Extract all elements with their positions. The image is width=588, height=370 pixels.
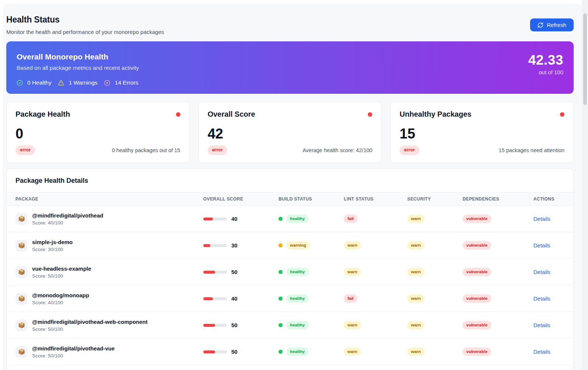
details-link[interactable]: Details <box>533 242 550 249</box>
package-cell: @mindfiredigital/pivothead-vueScore: 50/… <box>7 345 203 359</box>
package-score-label: Score: 30/100 <box>32 247 73 252</box>
details-link[interactable]: Details <box>533 216 550 222</box>
stat-card-overall-score: Overall Score 42 error Average health sc… <box>198 102 382 163</box>
build-status-badge: healthy <box>286 268 308 276</box>
errors-stat-label: 14 Errors <box>115 79 138 86</box>
package-name: @mindfiredigital/pivothead-web-component <box>32 319 148 325</box>
stat-card-note: Average health score: 42/100 <box>302 147 372 153</box>
security-badge: warn <box>407 241 425 249</box>
error-badge: error <box>400 145 419 155</box>
actions-cell: Details <box>533 349 573 355</box>
package-icon <box>15 213 27 225</box>
package-box-icon <box>18 268 25 276</box>
status-dot-icon <box>176 112 180 117</box>
column-header-package: PACKAGE <box>7 196 203 202</box>
overall-score-cell: 50 <box>203 349 279 355</box>
build-status-dot-icon <box>279 323 283 327</box>
scrollbar-track[interactable] <box>582 0 588 370</box>
build-status-cell: healthy <box>279 321 344 329</box>
stat-card-title: Overall Score <box>208 110 255 119</box>
banner-subtitle: Based on all package metrics and recent … <box>17 65 139 71</box>
column-header-lint-status: LINT STATUS <box>344 196 407 202</box>
table-row: @mindfiredigital/pivotheadScore: 40/1004… <box>7 206 573 232</box>
lint-status-cell: warn <box>344 347 407 356</box>
package-icon <box>15 319 27 331</box>
stat-card-value: 42 <box>208 127 373 141</box>
error-badge: error <box>208 145 227 155</box>
overall-score-cell: 40 <box>203 216 279 222</box>
package-cell: vue-headless-exampleScore: 50/100 <box>7 265 203 279</box>
healthy-stat-label: 0 Healthy <box>27 79 51 86</box>
errors-stat: 14 Errors <box>104 79 138 86</box>
scrollbar-thumb[interactable] <box>583 13 587 105</box>
overall-score-cell: 50 <box>203 322 279 328</box>
warning-triangle-icon <box>58 80 64 86</box>
banner-left: Overall Monorepo Health Based on all pac… <box>17 52 139 85</box>
actions-cell: Details <box>533 295 573 302</box>
score-value: 40 <box>231 216 238 222</box>
actions-cell: Details <box>533 269 573 275</box>
stat-card-title: Unhealthy Packages <box>400 110 471 119</box>
table-row: vue-headless-exampleScore: 50/10050healt… <box>7 259 573 285</box>
column-header-dependencies: DEPENDENCIES <box>463 196 533 202</box>
build-status-cell: healthy <box>279 215 344 223</box>
score-value: 30 <box>231 242 238 249</box>
page-subtitle: Monitor the health and performance of yo… <box>6 29 164 35</box>
package-score-label: Score: 50/100 <box>32 353 115 359</box>
actions-cell: Details <box>533 322 573 329</box>
score-progress-bar <box>203 324 227 327</box>
status-dot-icon <box>368 112 372 117</box>
package-box-icon <box>18 215 25 223</box>
security-cell: warn <box>407 347 463 356</box>
page-title: Health Status <box>6 15 164 25</box>
stat-card-value: 15 <box>400 127 564 141</box>
table-row: @mindfiredigital/pivothead-web-component… <box>7 312 573 339</box>
dependencies-cell: vulnerable <box>463 294 533 302</box>
overall-score-cell: 30 <box>203 242 279 249</box>
table-body: @mindfiredigital/pivotheadScore: 40/1004… <box>7 206 573 365</box>
refresh-button[interactable]: Refresh <box>530 18 574 31</box>
package-cell: @monodog/monoappScore: 40/100 <box>7 292 203 305</box>
stat-cards: Package Health 0 error 0 healthy package… <box>6 102 574 163</box>
package-score-label: Score: 40/100 <box>32 300 89 305</box>
build-status-dot-icon <box>279 297 283 301</box>
score-progress-bar <box>203 217 227 220</box>
lint-status-badge: warn <box>344 268 361 276</box>
status-dot-icon <box>560 112 564 117</box>
dependencies-badge: vulnerable <box>463 294 491 302</box>
column-header-overall-score: OVERALL SCORE <box>203 196 279 202</box>
score-value: 50 <box>231 322 238 328</box>
overall-score-cell: 50 <box>203 269 279 275</box>
package-name: @mindfiredigital/pivothead <box>32 212 103 219</box>
package-icon <box>15 293 27 305</box>
security-badge: warn <box>407 321 425 329</box>
build-status-cell: healthy <box>279 268 344 276</box>
package-name: @mindfiredigital/pivothead-vue <box>32 345 115 352</box>
security-badge: warn <box>407 347 425 356</box>
stat-card-value: 0 <box>15 127 180 141</box>
package-box-icon <box>18 241 25 249</box>
banner-score: 42.33 out of 100 <box>528 52 563 85</box>
lint-status-badge: warn <box>344 321 361 329</box>
security-cell: warn <box>407 268 463 276</box>
security-cell: warn <box>407 241 463 249</box>
details-link[interactable]: Details <box>533 349 550 355</box>
healthy-stat: 0 Healthy <box>17 79 51 86</box>
package-name: vue-headless-example <box>32 265 91 272</box>
stat-card-note: 0 healthy packages out of 15 <box>112 147 180 153</box>
details-link[interactable]: Details <box>533 269 550 275</box>
build-status-dot-icon <box>279 270 283 274</box>
details-link[interactable]: Details <box>533 295 550 302</box>
score-progress-bar <box>203 244 227 247</box>
build-status-badge: healthy <box>286 215 308 223</box>
security-cell: warn <box>407 215 463 223</box>
details-link[interactable]: Details <box>533 322 550 328</box>
dependencies-badge: vulnerable <box>463 268 491 276</box>
table-row: simple-js-demoScore: 30/10030warningwarn… <box>7 232 573 259</box>
lint-status-badge: fail <box>344 215 357 223</box>
build-status-badge: healthy <box>286 347 308 356</box>
stat-card-unhealthy-packages: Unhealthy Packages 15 error 15 packages … <box>390 102 574 163</box>
dependencies-badge: vulnerable <box>463 215 491 223</box>
package-health-details-card: Package Health Details PACKAGE OVERALL S… <box>6 168 574 370</box>
package-cell: @mindfiredigital/pivotheadScore: 40/100 <box>7 212 203 226</box>
